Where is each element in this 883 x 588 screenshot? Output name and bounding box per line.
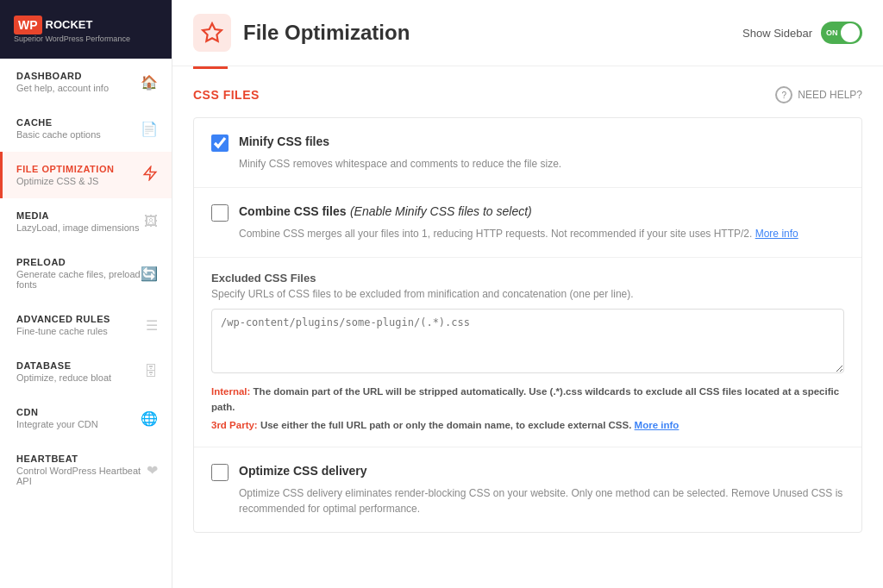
excluded-css-label: Excluded CSS Files <box>211 272 844 285</box>
sidebar-item-dashboard[interactable]: DASHBOARD Get help, account info 🏠 <box>0 59 172 105</box>
logo-wp: WP <box>14 16 42 34</box>
page-title: File Optimization <box>243 21 410 45</box>
optimize-css-delivery-row: Optimize CSS delivery Optimize CSS deliv… <box>194 447 861 532</box>
toggle-knob <box>841 23 860 42</box>
hint-internal-text: The domain part of the URL will be strip… <box>211 386 839 412</box>
preload-icon: 🔄 <box>141 266 158 282</box>
excluded-css-hints: Internal: The domain part of the URL wil… <box>211 384 844 433</box>
show-sidebar-toggle[interactable]: ON <box>821 22 862 44</box>
need-help-label: NEED HELP? <box>798 89 862 101</box>
excluded-css-textarea[interactable] <box>211 309 844 373</box>
combine-css-row: Combine CSS files (Enable Minify CSS fil… <box>194 188 861 258</box>
content-area: CSS Files ? NEED HELP? Minify CSS files … <box>172 69 883 588</box>
sidebar-nav: DASHBOARD Get help, account info 🏠 CACHE… <box>0 59 172 588</box>
page-header: File Optimization Show Sidebar ON <box>172 0 883 66</box>
combine-css-more-info-link[interactable]: More info <box>755 228 798 240</box>
svg-marker-0 <box>144 167 156 180</box>
excluded-css-section: Excluded CSS Files Specify URLs of CSS f… <box>194 258 861 447</box>
combine-css-label: Combine CSS files <box>239 204 346 218</box>
sidebar-item-cache[interactable]: CACHE Basic cache options 📄 <box>0 105 172 152</box>
sidebar-item-preload[interactable]: PRELOAD Generate cache files, preload fo… <box>0 245 172 302</box>
sidebar-logo: WP ROCKET Superior WordPress Performance <box>0 0 172 59</box>
combine-css-checkbox[interactable] <box>211 204 229 222</box>
hint-3rdparty-text: Use either the full URL path or only the… <box>260 420 632 430</box>
minify-css-row: Minify CSS files Minify CSS removes whit… <box>194 118 861 188</box>
minify-css-checkbox[interactable] <box>211 134 229 152</box>
sidebar-item-media[interactable]: MEDIA LazyLoad, image dimensions 🖼 <box>0 198 172 245</box>
sidebar-item-heartbeat[interactable]: HEARTBEAT Control WordPress Heartbeat AP… <box>0 441 172 498</box>
need-help-icon: ? <box>775 86 792 103</box>
minify-css-label: Minify CSS files <box>239 134 329 148</box>
svg-marker-1 <box>203 23 222 41</box>
sidebar-item-advanced-rules[interactable]: ADVANCED RULES Fine-tune cache rules ☰ <box>0 302 172 348</box>
cache-icon: 📄 <box>141 121 158 137</box>
optimize-css-delivery-label: Optimize CSS delivery <box>239 464 367 478</box>
file-optimization-icon <box>142 166 158 185</box>
database-icon: 🗄 <box>144 364 158 379</box>
logo-sub: Superior WordPress Performance <box>14 34 130 43</box>
sidebar-item-cdn[interactable]: CDN Integrate your CDN 🌐 <box>0 395 172 441</box>
sidebar-item-file-optimization[interactable]: FILE OPTIMIZATION Optimize CSS & JS <box>0 152 172 198</box>
optimize-css-delivery-description: Optimize CSS delivery eliminates render-… <box>239 485 844 516</box>
header-right: Show Sidebar ON <box>742 22 862 44</box>
dashboard-icon: 🏠 <box>141 74 158 91</box>
sidebar: WP ROCKET Superior WordPress Performance… <box>0 0 172 588</box>
combine-css-italic: (Enable Minify CSS files to select) <box>350 204 532 218</box>
logo-rocket: ROCKET <box>46 18 93 32</box>
need-help-button[interactable]: ? NEED HELP? <box>775 86 862 103</box>
page-icon <box>193 14 231 52</box>
combine-css-description: Combine CSS merges all your files into 1… <box>239 226 844 241</box>
heartbeat-icon: ❤ <box>147 462 158 479</box>
section-header: CSS Files ? NEED HELP? <box>193 86 862 103</box>
options-card: Minify CSS files Minify CSS removes whit… <box>193 117 862 533</box>
hint-3rdparty-link[interactable]: More info <box>635 420 679 430</box>
advanced-rules-icon: ☰ <box>146 317 158 334</box>
show-sidebar-label: Show Sidebar <box>742 27 812 40</box>
hint-3rdparty-label: 3rd Party: <box>211 420 258 430</box>
sidebar-item-database[interactable]: DATABASE Optimize, reduce bloat 🗄 <box>0 348 172 395</box>
excluded-css-description: Specify URLs of CSS files to be excluded… <box>211 288 844 300</box>
minify-css-description: Minify CSS removes whitespace and commen… <box>239 156 844 172</box>
section-title: CSS Files <box>193 88 260 102</box>
toggle-on-label: ON <box>826 28 838 37</box>
main-content: File Optimization Show Sidebar ON CSS Fi… <box>172 0 883 588</box>
optimize-css-delivery-checkbox[interactable] <box>211 464 229 481</box>
hint-internal-label: Internal: <box>211 386 250 397</box>
media-icon: 🖼 <box>144 214 158 229</box>
cdn-icon: 🌐 <box>141 410 158 427</box>
